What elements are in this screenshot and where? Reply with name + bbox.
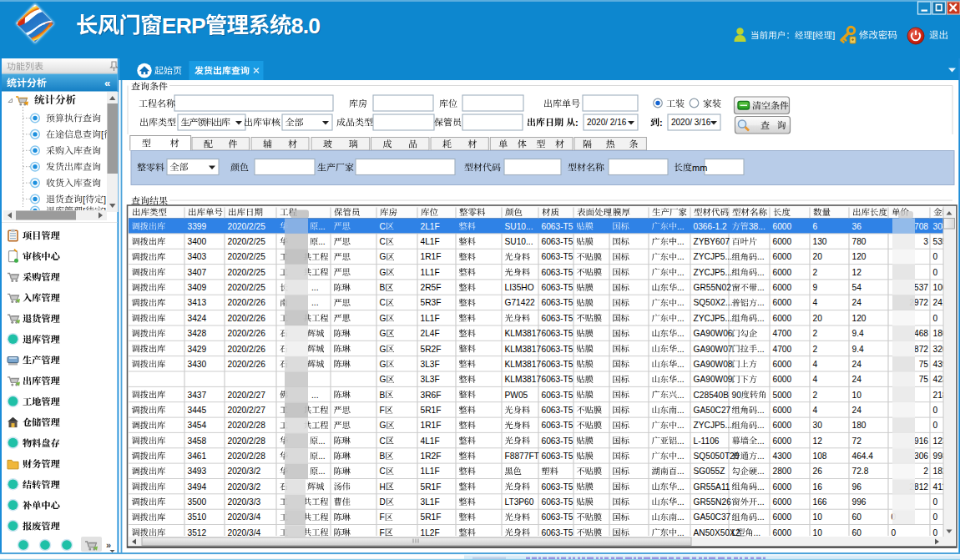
svg-text:780: 780 [852,237,867,246]
svg-text:4300: 4300 [773,452,792,461]
svg-text:...: ... [754,528,761,537]
svg-text:3429: 3429 [188,345,207,354]
svg-text:3399: 3399 [188,222,207,231]
svg-text:2R5F: 2R5F [421,283,442,292]
svg-text:54: 54 [852,283,862,292]
svg-text:72.8: 72.8 [852,467,869,476]
svg-text:...: ... [757,467,765,476]
svg-text:...: ... [677,436,685,446]
svg-text:3413: 3413 [188,298,207,307]
svg-text:72: 72 [852,436,862,446]
svg-text:...: ... [677,467,685,476]
svg-text:108: 108 [813,452,827,461]
svg-text:GA50C37: GA50C37 [694,512,731,522]
svg-text:]: ] [832,30,835,40]
svg-text:...: ... [757,452,765,461]
svg-text:3424: 3424 [188,314,207,323]
svg-text:6: 6 [813,222,818,231]
svg-text:464.4: 464.4 [852,452,874,461]
svg-text:SQ50X2...: SQ50X2... [694,298,733,307]
svg-text:mm: mm [692,163,707,173]
svg-text:...: ... [677,391,685,400]
svg-text:16: 16 [813,482,823,492]
svg-text:306: 306 [914,452,928,461]
svg-text:916: 916 [914,436,928,446]
svg-text:L: L [732,528,737,537]
svg-text:1R2F: 1R2F [421,452,442,461]
svg-text:]: ] [104,194,106,204]
svg-text:[: [ [101,129,104,139]
svg-text:3430: 3430 [188,360,207,369]
svg-text:5000: 5000 [773,391,792,400]
svg-text:GA90W08.: GA90W08. [694,360,735,369]
svg-text:2020/ 2/16: 2020/ 2/16 [587,118,627,127]
svg-text:3L1F: 3L1F [421,497,440,507]
svg-text:GA90W06.: GA90W06. [694,329,735,338]
svg-text:L-1106: L-1106 [694,436,720,446]
svg-text:2800: 2800 [773,467,792,476]
svg-text:96: 96 [852,482,862,492]
svg-text:3454: 3454 [188,421,207,430]
svg-text:90: 90 [732,391,742,400]
svg-text:30: 30 [813,421,823,430]
svg-text:LI35HO: LI35HO [505,283,534,292]
svg-text:130: 130 [813,237,827,246]
svg-text:3461: 3461 [188,452,207,461]
svg-text:3510: 3510 [188,512,207,522]
svg-text:...: ... [757,283,765,292]
svg-text:C28540B: C28540B [694,391,730,400]
svg-text:180: 180 [852,421,867,430]
svg-text:ZYBY607: ZYBY607 [694,237,730,246]
svg-text:3R6F: 3R6F [421,391,442,400]
svg-text:3494: 3494 [188,482,207,492]
svg-text:...: ... [757,298,765,307]
svg-text:PW05: PW05 [505,391,528,400]
svg-text:GA90W09.: GA90W09. [694,375,735,384]
svg-text:GA90W07.: GA90W07. [694,345,735,354]
svg-text:GR55N02: GR55N02 [694,283,732,292]
svg-text:537: 537 [914,283,928,292]
svg-text:GR55N26: GR55N26 [694,497,732,507]
svg-text:GA50C27: GA50C27 [694,406,731,415]
svg-text:«: « [104,77,110,89]
svg-text:3500: 3500 [188,497,207,507]
svg-text:...: ... [757,345,765,354]
svg-text:1L2F: 1L2F [421,528,440,537]
svg-text:3: 3 [923,237,928,246]
svg-text:...: ... [757,436,765,446]
svg-text:2L1F: 2L1F [421,222,440,231]
svg-text:[: [ [83,194,85,204]
svg-text:3403: 3403 [188,252,207,261]
svg-text:3512: 3512 [188,528,207,537]
svg-text:2L4F: 2L4F [421,329,440,338]
svg-text:2020/3/3: 2020/3/3 [228,497,261,507]
svg-text:166: 166 [813,497,827,507]
svg-text:872: 872 [914,345,928,354]
svg-text:0366-1.2: 0366-1.2 [694,222,728,231]
svg-text:3493: 3493 [188,467,207,476]
svg-text:H: H [380,482,386,492]
svg-text:SG055Z: SG055Z [694,467,725,476]
svg-text:...: ... [757,497,765,507]
svg-text:708: 708 [914,222,928,231]
svg-text:3409: 3409 [188,283,207,292]
svg-text:5R3F: 5R3F [421,298,442,307]
svg-text:3400: 3400 [188,237,207,246]
svg-text:F8877FT: F8877FT [505,452,539,461]
svg-text:9: 9 [813,283,818,292]
svg-text:36: 36 [852,222,862,231]
svg-text::: : [659,118,663,128]
svg-text:3445: 3445 [188,406,207,415]
svg-text:468: 468 [914,329,928,338]
svg-text:3437: 3437 [188,391,207,400]
svg-text:LT3P60: LT3P60 [505,497,534,507]
svg-text:996: 996 [852,497,867,507]
svg-text:»: » [106,540,111,550]
svg-text:[: [ [812,30,815,40]
svg-text:2020/ 3/16: 2020/ 3/16 [671,118,711,127]
svg-text:5R2F: 5R2F [421,345,442,354]
svg-text:G71422: G71422 [505,298,536,307]
svg-text:SQ5050T20: SQ5050T20 [694,452,740,461]
svg-text:3407: 3407 [188,268,207,277]
svg-text:3458: 3458 [188,436,207,446]
